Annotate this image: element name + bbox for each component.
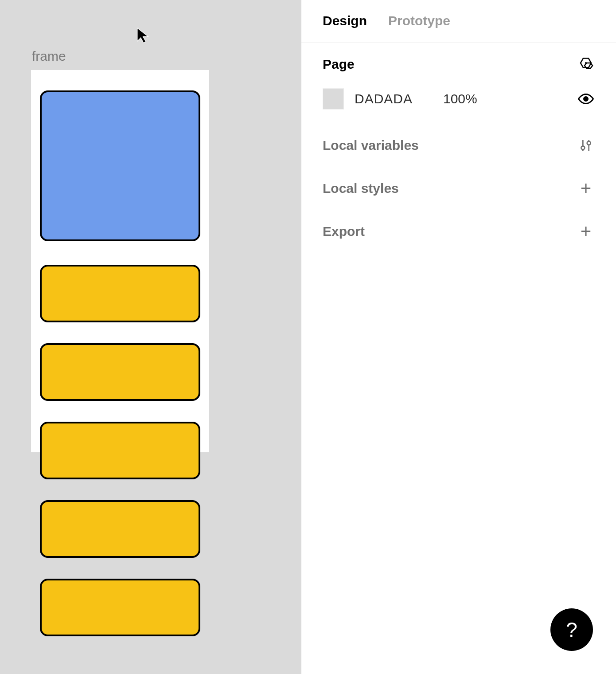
variables-icon[interactable] [577,55,595,73]
local-variables-title: Local variables [323,138,419,153]
export-title: Export [323,224,365,239]
canvas-shape-0[interactable] [40,90,200,241]
tab-prototype[interactable]: Prototype [388,13,450,28]
plus-icon: + [581,222,592,241]
local-styles-title: Local styles [323,181,399,196]
section-export: Export + [301,210,616,253]
svg-point-2 [585,62,587,64]
svg-point-7 [587,141,591,145]
page-color-row[interactable]: DADADA 100% [301,86,616,124]
section-page: Page DADADA 100% [301,43,616,124]
plus-icon: + [581,179,592,198]
help-button[interactable]: ? [550,608,593,651]
settings-sliders-icon[interactable] [577,137,595,154]
canvas[interactable]: frame [0,0,301,674]
canvas-shape-2[interactable] [40,343,200,401]
svg-point-5 [581,146,585,149]
page-color-hex[interactable]: DADADA [355,91,443,106]
add-local-style-button[interactable]: + [577,180,595,197]
page-title: Page [323,57,355,72]
frame-label[interactable]: frame [32,49,66,64]
canvas-shape-5[interactable] [40,579,200,636]
page-color-swatch[interactable] [323,88,344,110]
svg-point-3 [584,97,588,101]
panel-tabs: Design Prototype [301,0,616,43]
section-local-variables: Local variables [301,124,616,167]
section-local-styles: Local styles + [301,167,616,210]
cursor-icon [136,27,151,45]
add-export-button[interactable]: + [577,223,595,240]
canvas-shape-4[interactable] [40,500,200,558]
canvas-shape-1[interactable] [40,265,200,322]
canvas-shape-3[interactable] [40,422,200,479]
help-icon: ? [566,618,577,642]
tab-design[interactable]: Design [323,13,367,28]
inspector-panel: Design Prototype Page DADADA 100% [301,0,616,674]
visibility-icon[interactable] [577,90,595,108]
page-color-opacity[interactable]: 100% [443,91,577,106]
